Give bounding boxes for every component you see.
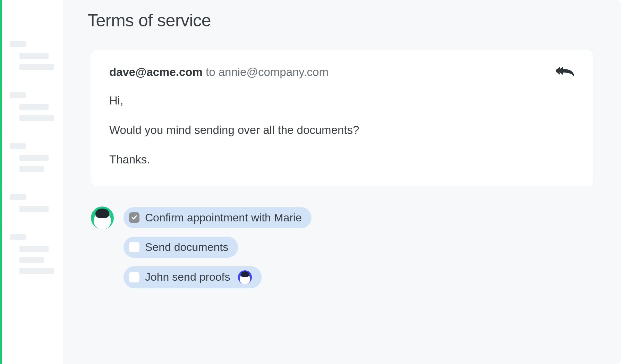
- avatar-hair-icon: [241, 271, 249, 277]
- task-label: John send proofs: [145, 271, 230, 283]
- task-label: Send documents: [145, 241, 228, 254]
- email-card: dave@acme.com to annie@company.com Hi, W…: [91, 50, 593, 186]
- email-header: dave@acme.com to annie@company.com: [109, 66, 575, 79]
- sidebar-group: [2, 224, 63, 286]
- sidebar-placeholder: [19, 268, 54, 274]
- sidebar: [2, 0, 63, 364]
- email-addresses: dave@acme.com to annie@company.com: [109, 66, 329, 79]
- email-to-prefix: to: [203, 66, 219, 78]
- sidebar-group: [2, 133, 63, 184]
- email-signoff: Thanks.: [109, 152, 575, 167]
- task-item[interactable]: Send documents: [124, 237, 238, 258]
- sidebar-placeholder: [10, 92, 26, 98]
- sidebar-placeholder: [19, 257, 44, 263]
- avatar: [91, 206, 114, 229]
- email-to: annie@company.com: [219, 66, 329, 78]
- sidebar-placeholder: [19, 246, 49, 252]
- checkbox-icon[interactable]: [129, 272, 139, 282]
- task-item[interactable]: John send proofs: [124, 266, 262, 288]
- sidebar-placeholder: [19, 206, 49, 212]
- sidebar-placeholder: [19, 115, 54, 121]
- sidebar-placeholder: [19, 104, 49, 110]
- app-root: Terms of service dave@acme.com to annie@…: [0, 0, 621, 364]
- sidebar-placeholder: [19, 53, 49, 59]
- assignee-avatar[interactable]: [238, 270, 252, 284]
- main-content: Terms of service dave@acme.com to annie@…: [63, 0, 621, 364]
- email-from: dave@acme.com: [109, 66, 203, 78]
- sidebar-group: [2, 82, 63, 133]
- email-body: Hi, Would you mind sending over all the …: [109, 93, 575, 167]
- sidebar-placeholder: [19, 155, 49, 161]
- email-greeting: Hi,: [109, 93, 575, 108]
- task-label: Confirm appointment with Marie: [145, 211, 302, 224]
- sidebar-placeholder: [10, 143, 26, 149]
- page-title: Terms of service: [87, 10, 593, 31]
- avatar-hair-icon: [95, 209, 109, 218]
- sidebar-placeholder: [19, 166, 44, 172]
- checkbox-icon[interactable]: [129, 212, 139, 223]
- sidebar-placeholder: [10, 41, 26, 47]
- checkbox-icon[interactable]: [129, 242, 139, 252]
- task-list: Confirm appointment with Marie Send docu…: [124, 207, 312, 288]
- sidebar-group: [2, 31, 63, 82]
- task-area: Confirm appointment with Marie Send docu…: [91, 207, 593, 288]
- task-item[interactable]: Confirm appointment with Marie: [124, 207, 312, 228]
- sidebar-group: [2, 184, 63, 224]
- sidebar-placeholder: [10, 234, 26, 240]
- reply-all-icon[interactable]: [556, 66, 575, 79]
- sidebar-placeholder: [19, 64, 54, 70]
- email-line: Would you mind sending over all the docu…: [109, 123, 575, 138]
- sidebar-placeholder: [10, 194, 26, 200]
